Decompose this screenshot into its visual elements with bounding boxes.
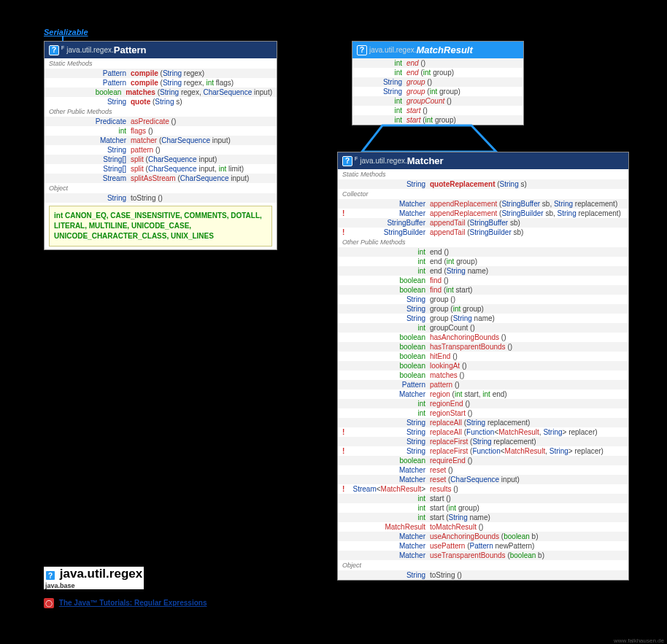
method-row[interactable]: Matcherregion (int start, int end) bbox=[338, 389, 628, 399]
method-row[interactable]: MatcheruseAnchoringBounds (boolean b) bbox=[338, 532, 628, 541]
method-row[interactable]: booleanrequireEnd () bbox=[338, 456, 628, 465]
method-row[interactable]: booleanhasTransparentBounds () bbox=[338, 342, 628, 352]
method-sig: regionEnd () bbox=[430, 399, 624, 408]
method-row[interactable]: Matcherreset (CharSequence input) bbox=[338, 475, 628, 484]
return-type: boolean bbox=[348, 352, 430, 361]
section-label: Static Methods bbox=[45, 58, 277, 69]
new-marker: ! bbox=[342, 446, 348, 456]
method-row[interactable]: !Stream<MatchResult>results () bbox=[338, 484, 628, 494]
method-row[interactable]: String[]split (CharSequence input, int l… bbox=[45, 164, 277, 174]
new-marker bbox=[342, 361, 348, 371]
method-sig: find () bbox=[430, 276, 624, 285]
new-marker bbox=[342, 465, 348, 475]
help-icon[interactable]: ? bbox=[357, 45, 367, 55]
method-row[interactable]: booleanhitEnd () bbox=[338, 352, 628, 361]
method-row[interactable]: StringtoString () bbox=[338, 570, 628, 580]
method-row[interactable]: !StringreplaceFirst (Function<MatchResul… bbox=[338, 446, 628, 456]
method-row[interactable]: intstart () bbox=[338, 494, 628, 503]
method-row[interactable]: PredicateasPredicate () bbox=[45, 117, 277, 126]
method-row[interactable]: intend (int group) bbox=[352, 68, 523, 77]
method-row[interactable]: intstart (String name) bbox=[338, 513, 628, 522]
method-row[interactable]: intend () bbox=[352, 58, 523, 68]
method-sig: hasAnchoringBounds () bbox=[430, 333, 624, 342]
method-row[interactable]: booleanlookingAt () bbox=[338, 361, 628, 371]
method-row[interactable]: Stringgroup (int group) bbox=[352, 87, 523, 96]
return-type: String bbox=[357, 77, 406, 87]
class-box-matchresult: ? java.util.regex. MatchResult intend ()… bbox=[352, 41, 524, 125]
return-type: Pattern bbox=[49, 69, 131, 78]
method-row[interactable]: StringquoteReplacement (String s) bbox=[338, 179, 628, 189]
method-sig: matcher (CharSequence input) bbox=[131, 136, 272, 145]
help-icon[interactable]: ? bbox=[342, 156, 352, 166]
method-row[interactable]: Patterncompile (String regex) bbox=[45, 69, 277, 78]
new-marker bbox=[342, 323, 348, 333]
method-row[interactable]: !StringBuilderappendTail (StringBuilder … bbox=[338, 228, 628, 237]
method-row[interactable]: booleanfind () bbox=[338, 276, 628, 285]
method-sig: quoteReplacement (String s) bbox=[430, 179, 624, 189]
method-row[interactable]: Stringgroup () bbox=[352, 77, 523, 87]
return-type: String bbox=[348, 295, 430, 304]
method-row[interactable]: intgroupCount () bbox=[338, 323, 628, 333]
return-type: Stream bbox=[49, 174, 131, 183]
method-row[interactable]: intregionEnd () bbox=[338, 399, 628, 408]
method-row[interactable]: Patternpattern () bbox=[338, 380, 628, 389]
method-row[interactable]: booleanmatches (String regex, CharSequen… bbox=[45, 88, 277, 97]
return-type: Predicate bbox=[49, 117, 131, 126]
class-box-matcher: ? F java.util.regex. Matcher Static Meth… bbox=[337, 152, 629, 581]
method-row[interactable]: StringtoString () bbox=[45, 193, 277, 203]
help-icon[interactable]: ? bbox=[49, 45, 59, 55]
method-row[interactable]: MatcherappendReplacement (StringBuffer s… bbox=[338, 199, 628, 209]
method-row[interactable]: MatcheruseTransparentBounds (boolean b) bbox=[338, 551, 628, 560]
method-row[interactable]: StringreplaceFirst (String replacement) bbox=[338, 437, 628, 446]
method-row[interactable]: intgroupCount () bbox=[352, 96, 523, 106]
method-sig: appendTail (StringBuilder sb) bbox=[430, 228, 624, 237]
method-sig: lookingAt () bbox=[430, 361, 624, 371]
return-type: boolean bbox=[348, 285, 430, 295]
method-row[interactable]: Stringpattern () bbox=[45, 145, 277, 155]
method-row[interactable]: Stringgroup () bbox=[338, 295, 628, 304]
method-row[interactable]: booleanhasAnchoringBounds () bbox=[338, 333, 628, 342]
method-row[interactable]: booleanfind (int start) bbox=[338, 285, 628, 295]
method-row[interactable]: intend (String name) bbox=[338, 266, 628, 276]
section-label: Object bbox=[45, 183, 277, 193]
method-row[interactable]: StreamsplitAsStream (CharSequence input) bbox=[45, 174, 277, 183]
help-icon[interactable]: ? bbox=[45, 570, 55, 581]
method-sig: hasTransparentBounds () bbox=[430, 342, 624, 352]
method-row[interactable]: Stringquote (String s) bbox=[45, 97, 277, 106]
method-sig: appendTail (StringBuffer sb) bbox=[430, 218, 624, 228]
new-marker bbox=[342, 276, 348, 285]
return-type: Matcher bbox=[49, 136, 131, 145]
new-marker bbox=[342, 570, 348, 580]
method-row[interactable]: StringreplaceAll (String replacement) bbox=[338, 418, 628, 427]
method-row[interactable]: !StringreplaceAll (Function<MatchResult,… bbox=[338, 427, 628, 437]
constants-block: int CANON_EQ, CASE_INSENSITIVE, COMMENTS… bbox=[49, 206, 272, 247]
return-type: int bbox=[348, 247, 430, 257]
method-row[interactable]: String[]split (CharSequence input) bbox=[45, 155, 277, 164]
serializable-label[interactable]: Serializable bbox=[44, 28, 88, 36]
method-row[interactable]: intend (int group) bbox=[338, 257, 628, 266]
matcher-header[interactable]: ? F java.util.regex. Matcher bbox=[338, 152, 628, 169]
method-row[interactable]: Matchermatcher (CharSequence input) bbox=[45, 136, 277, 145]
pattern-header[interactable]: ? F java.util.regex. Pattern bbox=[45, 42, 277, 58]
method-row[interactable]: Stringgroup (String name) bbox=[338, 314, 628, 323]
method-row[interactable]: Matcherreset () bbox=[338, 465, 628, 475]
tutorial-link[interactable]: The Java™ Tutorials: Regular Expressions bbox=[59, 599, 207, 607]
return-type: int bbox=[348, 257, 430, 266]
method-row[interactable]: StringBufferappendTail (StringBuffer sb) bbox=[338, 218, 628, 228]
new-marker bbox=[342, 399, 348, 408]
method-row[interactable]: !MatcherappendReplacement (StringBuilder… bbox=[338, 209, 628, 218]
method-row[interactable]: booleanmatches () bbox=[338, 371, 628, 380]
method-row[interactable]: intregionStart () bbox=[338, 408, 628, 418]
method-row[interactable]: intstart (int group) bbox=[352, 115, 523, 125]
method-row[interactable]: intflags () bbox=[45, 126, 277, 136]
method-row[interactable]: MatcherusePattern (Pattern newPattern) bbox=[338, 541, 628, 551]
method-row[interactable]: intstart () bbox=[352, 106, 523, 115]
matchresult-header[interactable]: ? java.util.regex. MatchResult bbox=[352, 42, 523, 58]
method-row[interactable]: Stringgroup (int group) bbox=[338, 304, 628, 314]
method-row[interactable]: Patterncompile (String regex, int flags) bbox=[45, 78, 277, 88]
new-marker bbox=[342, 503, 348, 513]
return-type: Matcher bbox=[348, 551, 430, 560]
method-row[interactable]: intstart (int group) bbox=[338, 503, 628, 513]
method-row[interactable]: MatchResulttoMatchResult () bbox=[338, 522, 628, 532]
method-row[interactable]: intend () bbox=[338, 247, 628, 257]
